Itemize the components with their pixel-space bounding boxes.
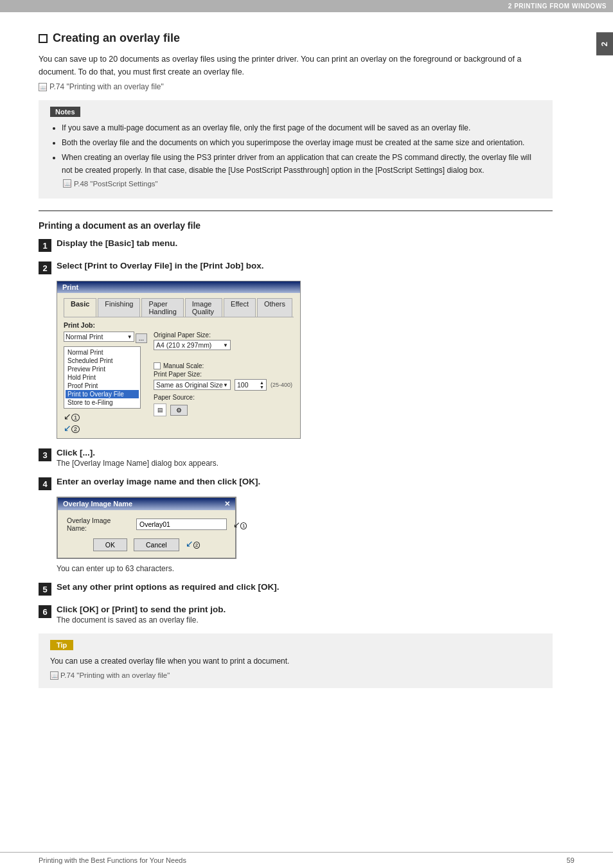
- tab-finishing[interactable]: Finishing: [98, 298, 140, 317]
- tab-effect[interactable]: Effect: [224, 298, 256, 317]
- step-3-number: 3: [39, 448, 51, 461]
- subsection-title: Printing a document as an overlay file: [39, 220, 553, 231]
- list-normal-print[interactable]: Normal Print: [66, 348, 139, 357]
- intro-text: You can save up to 20 documents as overl…: [39, 53, 553, 78]
- overlay-dialog: Overlay Image Name ✕ Overlay Image Name:…: [57, 497, 236, 559]
- list-store-filing[interactable]: Store to e-Filing: [66, 398, 139, 407]
- ellipsis-button[interactable]: ...: [136, 333, 147, 343]
- step-1: 1 Display the [Basic] tab menu.: [39, 238, 553, 252]
- overlay-dialog-titlebar: Overlay Image Name ✕: [58, 498, 235, 510]
- section-divider: [39, 210, 553, 211]
- list-preview-print[interactable]: Preview Print: [66, 365, 139, 373]
- list-hold-print[interactable]: Hold Print: [66, 373, 139, 382]
- step-3: 3 Click [...]. The [Overlay Image Name] …: [39, 448, 553, 468]
- close-icon[interactable]: ✕: [224, 500, 230, 508]
- step-5: 5 Set any other print options as require…: [39, 582, 553, 596]
- notes-list: If you save a multi-page document as an …: [50, 122, 541, 190]
- print-job-label: Print Job:: [64, 321, 294, 329]
- notes-item-2: Both the overlay file and the documents …: [62, 137, 541, 149]
- list-print-to-overlay[interactable]: Print to Overlay File: [66, 390, 139, 398]
- tab-others[interactable]: Others: [257, 298, 292, 317]
- step-6-number: 6: [39, 605, 51, 618]
- paper-source-icon: ▤: [154, 403, 166, 416]
- step-1-text: Display the [Basic] tab menu.: [57, 238, 553, 248]
- top-bar: 2 PRINTING FROM WINDOWS: [0, 0, 613, 12]
- tip-book-icon: 📖: [50, 671, 58, 680]
- step-6: 6 Click [OK] or [Print] to send the prin…: [39, 605, 553, 624]
- footer-left: Printing with the Best Functions for You…: [39, 856, 186, 864]
- paper-source-label: Paper Source:: [154, 394, 294, 401]
- manual-scale-checkbox[interactable]: [154, 362, 161, 369]
- notes-item-3: When creating an overlay file using the …: [62, 152, 541, 190]
- original-paper-size-select[interactable]: A4 (210 x 297mm) ▼: [154, 340, 231, 350]
- list-proof-print[interactable]: Proof Print: [66, 382, 139, 390]
- print-job-select[interactable]: Normal Print ▼: [64, 332, 134, 342]
- step-1-number: 1: [39, 239, 51, 252]
- step-4-subtext: You can enter up to 63 characters.: [57, 564, 553, 573]
- footer-right: 59: [567, 856, 574, 864]
- step-4-text: Enter an overlay image name and then cli…: [57, 477, 553, 486]
- tip-text: You can use a created overlay file when …: [50, 655, 541, 682]
- step-3-text: Click [...]. The [Overlay Image Name] di…: [57, 448, 553, 468]
- book-icon: 📖: [39, 83, 47, 91]
- print-paper-size-select[interactable]: Same as Original Size ▼: [154, 380, 231, 390]
- print-job-list: Normal Print Scheduled Print Preview Pri…: [64, 346, 141, 409]
- overlay-ok-button[interactable]: OK: [93, 538, 127, 551]
- notes-item-1: If you save a multi-page document as an …: [62, 122, 541, 134]
- section-title: Creating an overlay file: [39, 31, 553, 45]
- notes-box: Notes If you save a multi-page document …: [39, 100, 553, 199]
- footer: Printing with the Best Functions for You…: [0, 852, 613, 868]
- tab-basic[interactable]: Basic: [64, 298, 96, 317]
- overlay-field-input[interactable]: [136, 518, 227, 530]
- tab-image-quality[interactable]: Image Quality: [185, 298, 222, 317]
- notes-label: Notes: [50, 107, 80, 117]
- tab-paper-handling[interactable]: Paper Handling: [141, 298, 183, 317]
- checkbox-icon: [39, 34, 48, 43]
- scale-range: (25-400): [271, 382, 292, 388]
- step-4-number: 4: [39, 477, 51, 490]
- step-2-text: Select [Print to Overlay File] in the [P…: [57, 261, 553, 270]
- step-5-number: 5: [39, 583, 51, 596]
- step-4: 4 Enter an overlay image name and then c…: [39, 477, 553, 573]
- paper-source-button[interactable]: ⚙: [170, 405, 188, 416]
- step-2-number: 2: [39, 261, 51, 274]
- tip-label: Tip: [50, 640, 73, 650]
- manual-scale-label: Manual Scale:: [163, 362, 204, 369]
- overlay-field-label: Overlay Image Name:: [67, 517, 131, 532]
- print-paper-size-label: Print Paper Size:: [154, 371, 294, 378]
- overlay-cancel-button[interactable]: Cancel: [134, 538, 179, 551]
- list-scheduled-print[interactable]: Scheduled Print: [66, 357, 139, 365]
- step-6-text: Click [OK] or [Print] to send the print …: [57, 605, 553, 624]
- top-bar-text: 2 PRINTING FROM WINDOWS: [508, 3, 607, 10]
- tip-box: Tip You can use a created overlay file w…: [39, 633, 553, 688]
- scale-spinner[interactable]: 100 ▲ ▼: [235, 379, 267, 391]
- section-ref: 📖 P.74 "Printing with an overlay file": [39, 82, 553, 91]
- step-2: 2 Select [Print to Overlay File] in the …: [39, 261, 553, 439]
- original-paper-size-label: Original Paper Size:: [154, 332, 294, 339]
- side-tab: 2: [596, 32, 613, 55]
- print-dialog: Print Basic Finishing Paper Handling Ima…: [57, 281, 301, 439]
- step-5-text: Set any other print options as required …: [57, 582, 553, 592]
- dialog-titlebar: Print: [57, 281, 300, 293]
- note-book-icon: 📖: [63, 179, 71, 188]
